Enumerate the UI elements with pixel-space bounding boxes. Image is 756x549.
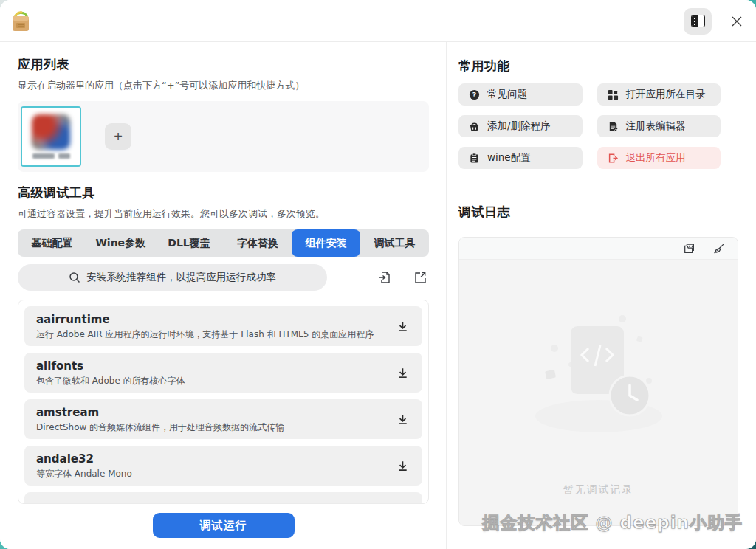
component-description: 运行 Adobe AIR 应用程序的运行时环境，支持基于 Flash 和 HTM… [36, 328, 394, 340]
component-search-row: 安装系统推荐组件，以提高应用运行成功率 [18, 264, 429, 291]
function-button-label: 打开应用所在目录 [626, 88, 706, 101]
registry-doc-icon [608, 121, 619, 132]
download-component-button[interactable] [394, 457, 412, 475]
component-list-item[interactable]: amstream DirectShow 的音频媒体流组件，用于处理音频数据的流式… [24, 399, 422, 439]
apps-grid-icon [608, 89, 619, 100]
component-text: aairruntime 运行 Adobe AIR 应用程序的运行时环境，支持基于… [36, 312, 394, 340]
function-button-label: wine配置 [487, 151, 531, 165]
panel-toggle-button[interactable] [684, 8, 712, 35]
debug-tab[interactable]: DLL覆盖 [155, 229, 224, 257]
search-placeholder: 安装系统推荐组件，以提高应用运行成功率 [86, 271, 276, 284]
component-text: amstream DirectShow 的音频媒体流组件，用于处理音频数据的流式… [36, 405, 394, 433]
function-button-label: 注册表编辑器 [626, 120, 686, 133]
download-component-button[interactable] [394, 503, 412, 505]
empty-log-text: 暂无调试记录 [563, 483, 634, 497]
download-component-button[interactable] [394, 364, 412, 382]
function-button-label: 常见问题 [487, 88, 527, 101]
function-button[interactable]: 添加/删除程序 [458, 115, 583, 137]
function-button-label: 退出所有应用 [626, 151, 686, 165]
function-button[interactable]: 退出所有应用 [597, 147, 721, 169]
debug-tools-subtitle: 可通过容器设置，提升当前应用运行效果。您可以多次调试，多次预览。 [18, 207, 429, 221]
import-config-button[interactable] [376, 269, 394, 286]
debug-tabbar: 基础配置Wine参数DLL覆盖字体替换组件安装调试工具 [18, 229, 429, 257]
component-search-input[interactable]: 安装系统推荐组件，以提高应用运行成功率 [18, 264, 327, 291]
exit-icon [608, 153, 619, 164]
component-description: 等宽字体 Andale Mono [36, 468, 394, 480]
export-file-icon [413, 270, 427, 285]
debug-log-title: 调试日志 [458, 204, 738, 219]
sidebar-divider [447, 182, 756, 182]
component-list-item[interactable]: arial32 [24, 492, 422, 504]
component-list[interactable]: aairruntime 运行 Adobe AIR 应用程序的运行时环境，支持基于… [18, 300, 429, 504]
package-icon [10, 8, 32, 36]
component-name: aairruntime [36, 312, 394, 327]
debug-run-button[interactable]: 调试运行 [153, 513, 295, 538]
debug-tools-title: 高级调试工具 [18, 185, 429, 200]
download-icon [396, 413, 409, 426]
export-config-button[interactable] [411, 269, 429, 286]
panel-toggle-icon [691, 15, 705, 27]
function-button[interactable]: 打开应用所在目录 [597, 83, 721, 106]
watermark: 掘金技术社区 @ deepin小助手 [483, 511, 743, 534]
debug-tab[interactable]: 调试工具 [360, 229, 429, 257]
component-description: 包含了微软和 Adobe 的所有核心字体 [36, 375, 394, 387]
download-icon [396, 460, 409, 472]
component-name: andale32 [36, 452, 394, 466]
search-icon [69, 272, 80, 283]
close-button[interactable] [728, 13, 746, 30]
broom-icon [712, 242, 726, 255]
close-icon [731, 15, 743, 27]
component-list-item[interactable]: andale32 等宽字体 Andale Mono [24, 446, 422, 486]
main-panel: 应用列表 显示在启动器里的应用（点击下方“+”号可以添加应用和快捷方式） + 高… [0, 42, 446, 549]
import-file-icon [377, 270, 392, 285]
debug-log-body: 暂无调试记录 [459, 260, 738, 525]
basket-icon [469, 121, 480, 132]
component-description: DirectShow 的音频媒体流组件，用于处理音频数据的流式传输 [36, 421, 394, 433]
question-circle-icon: ? [469, 89, 480, 100]
debug-tab[interactable]: 字体替换 [223, 229, 292, 257]
app-window: 应用列表 显示在启动器里的应用（点击下方“+”号可以添加应用和快捷方式） + 高… [0, 0, 756, 549]
component-name: allfonts [36, 359, 394, 373]
empty-log-illustration [532, 305, 665, 435]
download-icon [396, 367, 409, 379]
app-name-blurred [32, 153, 70, 159]
download-component-button[interactable] [394, 410, 412, 429]
open-log-button[interactable] [681, 241, 698, 257]
app-item[interactable] [21, 106, 81, 167]
function-button-label: 添加/删除程序 [487, 120, 551, 133]
log-folder-icon [683, 242, 696, 255]
debug-tab[interactable]: 组件安装 [292, 229, 360, 257]
component-name: amstream [36, 405, 394, 420]
debug-tab[interactable]: Wine参数 [86, 229, 155, 257]
function-button[interactable]: ? 常见问题 [458, 83, 583, 106]
titlebar [0, 0, 756, 42]
app-icon [32, 114, 70, 150]
component-text: andale32 等宽字体 Andale Mono [36, 452, 394, 480]
common-functions-title: 常用功能 [458, 58, 738, 73]
debug-tab[interactable]: 基础配置 [18, 229, 86, 257]
component-list-item[interactable]: aairruntime 运行 Adobe AIR 应用程序的运行时环境，支持基于… [24, 306, 422, 346]
debug-log-toolbar [459, 238, 738, 260]
download-component-button[interactable] [394, 317, 412, 336]
app-list-subtitle: 显示在启动器里的应用（点击下方“+”号可以添加应用和快捷方式） [18, 79, 429, 92]
download-icon [396, 320, 409, 333]
function-buttons-grid: ? 常见问题 打开应用所在目录 添加/删除程序 注册表编辑器 wine配置 退出… [458, 83, 721, 169]
clipboard-icon [469, 153, 480, 164]
debug-log-panel: 暂无调试记录 [458, 237, 738, 526]
function-button[interactable]: wine配置 [458, 147, 583, 169]
component-text: allfonts 包含了微软和 Adobe 的所有核心字体 [36, 359, 394, 387]
svg-text:?: ? [472, 90, 476, 98]
component-list-item[interactable]: allfonts 包含了微软和 Adobe 的所有核心字体 [24, 353, 422, 393]
clear-log-button[interactable] [711, 241, 727, 257]
function-button[interactable]: 注册表编辑器 [597, 115, 721, 137]
app-list-panel: + [18, 101, 429, 172]
app-list-title: 应用列表 [18, 57, 429, 72]
sidebar: 常用功能 ? 常见问题 打开应用所在目录 添加/删除程序 注册表编辑器 wine… [446, 42, 756, 549]
add-app-button[interactable]: + [105, 123, 131, 150]
